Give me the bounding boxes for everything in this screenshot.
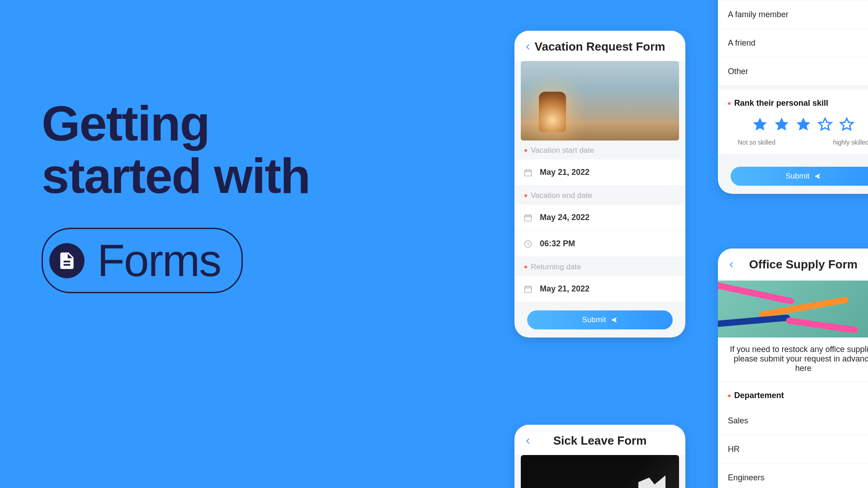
calendar-icon: [524, 168, 533, 177]
send-icon: [814, 173, 821, 180]
calendar-icon: [524, 213, 533, 222]
dept-label-text: HR: [728, 445, 740, 454]
return-date-row[interactable]: May 21, 2022: [514, 276, 685, 302]
end-date-value: May 24, 2022: [540, 213, 590, 222]
doc-icon: [49, 243, 85, 278]
star-icon[interactable]: [752, 117, 768, 134]
vacation-title: Vacation Request Form: [522, 40, 678, 54]
scale-high: highly skilled: [833, 139, 868, 146]
end-time-value: 06:32 PM: [540, 239, 575, 249]
dept-label: Departement: [718, 381, 868, 407]
submit-button[interactable]: Submit: [527, 310, 673, 329]
star-rating[interactable]: [718, 114, 868, 137]
submit-button[interactable]: Submit: [731, 167, 868, 186]
rating-option[interactable]: A family member: [718, 0, 868, 29]
field-label-end: Vacation end date: [514, 186, 685, 205]
dept-label-text: Engineers: [728, 473, 764, 483]
forms-pill-label: Forms: [97, 235, 221, 286]
return-date-value: May 21, 2022: [540, 284, 590, 294]
field-label-start: Vacation start date: [514, 141, 685, 160]
clock-icon: [524, 239, 533, 249]
hero: Getting started with Forms: [42, 97, 310, 293]
dept-label-text: Sales: [728, 416, 748, 426]
star-icon[interactable]: [817, 117, 833, 134]
star-icon[interactable]: [796, 117, 811, 134]
submit-label: Submit: [582, 315, 606, 324]
hero-line2: started with: [42, 150, 310, 202]
office-blurb: If you need to restock any office suppli…: [718, 338, 868, 381]
sick-hero-image: [521, 455, 679, 488]
dept-option[interactable]: Sales: [718, 407, 868, 435]
submit-label: Submit: [786, 172, 810, 181]
skill-label: Rank their personal skill: [718, 86, 868, 114]
end-date-row[interactable]: May 24, 2022: [514, 205, 685, 231]
vacation-hero-image: [521, 61, 679, 141]
option-label: A friend: [728, 38, 755, 48]
option-label: Other: [728, 67, 748, 76]
option-label: A family member: [728, 10, 788, 19]
start-date-value: May 21, 2022: [540, 168, 590, 177]
end-time-row[interactable]: 06:32 PM: [514, 231, 685, 257]
star-icon[interactable]: [839, 117, 854, 134]
dept-option[interactable]: Engineers: [718, 464, 868, 488]
start-date-row[interactable]: May 21, 2022: [514, 160, 685, 186]
sick-title: Sick Leave Form: [522, 434, 678, 448]
office-hero-image: [718, 281, 868, 338]
calendar-icon: [524, 285, 533, 294]
office-card: Office Supply Form If you need to restoc…: [718, 249, 868, 488]
hero-line1: Getting: [42, 97, 310, 150]
dept-option[interactable]: HR: [718, 435, 868, 464]
field-label-return: Returning date: [514, 257, 685, 276]
rating-option[interactable]: A friend: [718, 29, 868, 57]
send-icon: [610, 316, 618, 324]
vacation-card: Vacation Request Form Vacation start dat…: [514, 31, 685, 338]
rating-option[interactable]: Other: [718, 57, 868, 86]
rating-card: A former colleagueA family memberA frien…: [718, 0, 868, 194]
star-icon[interactable]: [774, 117, 789, 134]
forms-pill: Forms: [42, 228, 243, 293]
office-title: Office Supply Form: [725, 258, 868, 272]
sick-card: Sick Leave Form: [514, 425, 685, 488]
scale-low: Not so skilled: [738, 139, 775, 146]
